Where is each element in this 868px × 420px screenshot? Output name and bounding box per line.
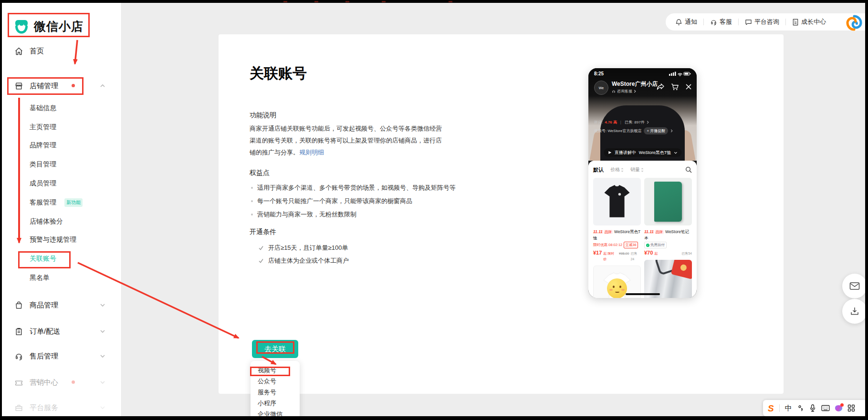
ime-language-toggle[interactable]: 中 (785, 404, 792, 413)
channel-action-pill: + 开播提醒 (644, 127, 668, 134)
sidebar-item-platform-services[interactable]: 平台服务 (2, 400, 121, 415)
sidebar-item-home[interactable]: 首页 (2, 44, 121, 58)
product-image-black-tshirt (593, 178, 641, 225)
browser-swirl-logo-icon[interactable] (845, 14, 863, 32)
sold-count: 已售24 (630, 251, 641, 262)
rating-value: 4.76 高 (605, 120, 617, 125)
dropdown-item-wecom[interactable]: 企业微信 (251, 409, 300, 416)
app-logo[interactable]: 微信小店 (13, 18, 84, 34)
sidebar-item-shop-management[interactable]: 店铺管理 (2, 79, 121, 93)
price-line: ¥17 起 限时价 ¥98.00 已售24 (593, 250, 641, 262)
header-separator (785, 19, 786, 25)
headset-icon (612, 90, 616, 93)
product-image-suitcase (644, 260, 692, 298)
header-separator (738, 19, 739, 25)
sold-count: 已售: 897件 (625, 120, 645, 125)
feedback-float-button[interactable] (842, 274, 865, 298)
red-envelope (671, 260, 692, 279)
ime-skin-icon[interactable] (835, 405, 842, 411)
sidebar-item-goods-management[interactable]: 商品管理 (2, 298, 121, 312)
brand-badge: 品牌 (604, 230, 613, 234)
benefits-list: 适用于商家多个渠道、多个账号带货的场景，如视频号、导购及矩阵号等 每一个账号只能… (250, 181, 459, 221)
chevron-down-icon (674, 152, 677, 154)
chevron-down-icon[interactable] (99, 379, 106, 386)
header-growth-center[interactable]: 成长中心 (792, 18, 826, 26)
document-icon (792, 19, 799, 26)
sidebar-item-homepage-management[interactable]: 主页管理 (2, 120, 121, 134)
condition-item: 店铺主体为企业或个体工商户 (250, 254, 459, 267)
dropdown-item-channels[interactable]: 视频号 (251, 365, 300, 376)
sidebar-item-member-management[interactable]: 成员管理 (2, 176, 121, 191)
top-header: 通知 客服 平台咨询 成长中心 (666, 13, 865, 31)
product-caption: 11.11品牌WeStore黑色T恤 限时优惠 08:02:12立减36 ¥17… (593, 229, 641, 262)
product-image-notebook (644, 178, 692, 225)
price: ¥17 (593, 250, 602, 256)
header-notifications[interactable]: 通知 (675, 18, 697, 26)
sort-tabs: 默认 价格 销量 (593, 165, 692, 174)
notification-dot (72, 380, 75, 384)
chevron-down-icon[interactable] (99, 404, 106, 411)
sidebar-item-shop-experience-score[interactable]: 店铺体验分 (2, 215, 121, 229)
keyboard-icon[interactable] (821, 405, 830, 411)
envelope-icon (849, 281, 860, 291)
header-customer-service[interactable]: 客服 (710, 18, 732, 26)
chevron-down-icon[interactable] (99, 328, 106, 335)
chevron-up-icon[interactable] (99, 82, 106, 89)
bell-icon (675, 19, 682, 26)
rules-detail-link[interactable]: 规则明细 (299, 149, 324, 156)
download-float-button[interactable] (842, 299, 865, 324)
tab-default: 默认 (593, 166, 604, 174)
phone-rating-row: 评分: 4.76 高 ｜ 已售: 897件 (594, 120, 649, 125)
original-price: ¥98.00 (619, 251, 629, 256)
notebook-shape (654, 182, 682, 222)
sidebar-item-category-management[interactable]: 类目管理 (2, 157, 121, 172)
sold-count: 已售54 (681, 251, 692, 256)
brand-badge: 品牌 (655, 230, 664, 234)
chevron-right-icon (634, 90, 636, 93)
new-feature-badge: 新功能 (64, 198, 83, 207)
sidebar-item-marketing-center[interactable]: 营销中心 (2, 375, 121, 389)
top-edge-artifact (314, 1, 318, 2)
store-service-entry: 咨询客服 (612, 89, 658, 94)
chevron-right-icon (647, 121, 649, 124)
ime-menu-grid-icon[interactable] (847, 404, 855, 412)
sort-icon (621, 168, 624, 172)
sort-icon (641, 168, 644, 172)
pay-later-tag: ✓先用后付 (644, 242, 667, 248)
sidebar-item-label: 首页 (30, 47, 44, 56)
wechat-store-logo-icon (13, 18, 30, 34)
dropdown-item-official-account[interactable]: 公众号 (251, 376, 300, 387)
phone-status-bar: 8:25 (588, 71, 697, 76)
sogou-logo-icon[interactable]: S (768, 404, 774, 413)
sidebar-item-blacklist[interactable]: 黑名单 (2, 271, 121, 285)
price-line: ¥70 起 已售54 (644, 250, 692, 256)
chevron-down-icon[interactable] (99, 353, 106, 359)
app-window: 微信小店 首页 店铺管理 基础信息 (2, 3, 865, 416)
promo-line: 限时优惠 08:02:12立减36 (593, 242, 641, 248)
ime-toolbar: S 中 (763, 400, 865, 416)
sidebar-item-aftersale-management[interactable]: 售后管理 (2, 349, 121, 363)
conditions-list: 开店≥15天，且订单量≥100单 店铺主体为企业或个体工商户 (250, 241, 459, 267)
sidebar-item-customer-service-management[interactable]: 客服管理 新功能 (2, 195, 121, 210)
chevron-down-icon[interactable] (99, 302, 106, 308)
phone-store-header: We WeStore广州小店 咨询客服 (594, 81, 658, 95)
header-platform-consult[interactable]: 平台咨询 (745, 18, 779, 26)
sidebar-item-linked-accounts[interactable]: 关联账号 (2, 252, 121, 266)
microphone-icon[interactable] (809, 404, 816, 412)
headset-icon (710, 19, 717, 26)
sidebar-item-brand-management[interactable]: 品牌管理 (2, 138, 121, 153)
sidebar-item-basic-info[interactable]: 基础信息 (2, 101, 121, 115)
handwriting-icon[interactable] (797, 405, 804, 411)
sidebar-item-orders-delivery[interactable]: 订单/配送 (2, 324, 121, 338)
sidebar-item-warning-violation[interactable]: 预警与违规管理 (2, 233, 121, 247)
feature-body: 商家开通店铺关联账号功能后，可发起视频号、公众号等各类微信经营渠道的账号关联，关… (250, 123, 446, 158)
store-name: WeStore广州小店 (612, 81, 658, 87)
app-logo-text: 微信小店 (34, 19, 84, 34)
dropdown-item-service-account[interactable]: 服务号 (251, 387, 300, 398)
promo-badge: 11.11 (593, 229, 603, 234)
tab-sales: 销量 (630, 166, 644, 173)
headset-icon (14, 351, 24, 361)
dropdown-item-mini-program[interactable]: 小程序 (251, 398, 300, 409)
go-link-button[interactable]: 去关联 (252, 340, 298, 358)
benefit-item: 适用于商家多个渠道、多个账号带货的场景，如视频号、导购及矩阵号等 (250, 181, 459, 195)
